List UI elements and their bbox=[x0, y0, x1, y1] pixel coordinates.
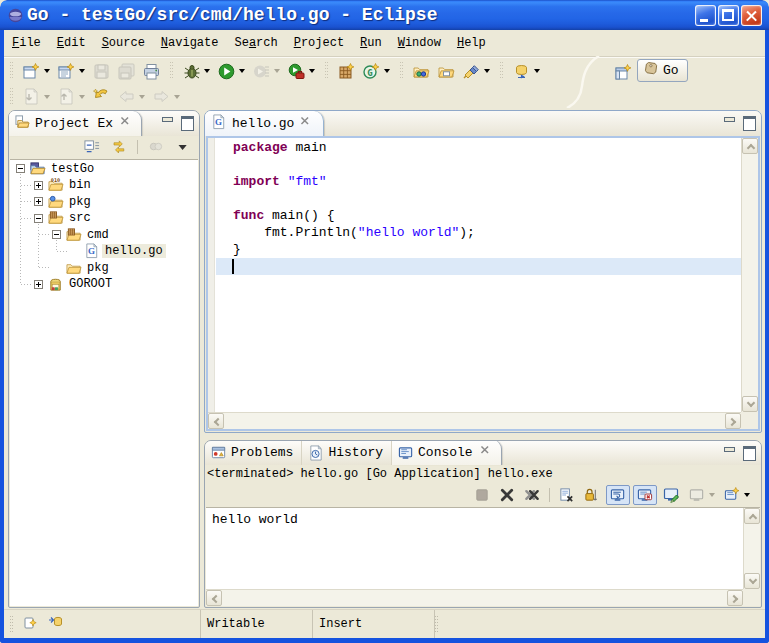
tab-hello-go[interactable]: G hello.go bbox=[205, 111, 324, 136]
tab-problems[interactable]: Problems bbox=[205, 440, 302, 465]
word-wrap-button[interactable] bbox=[606, 485, 630, 505]
dropdown-arrow-icon[interactable] bbox=[44, 95, 50, 99]
tree-item-testgo[interactable]: testGo bbox=[16, 160, 97, 177]
scroll-up-button[interactable] bbox=[744, 508, 760, 524]
scroll-left-button[interactable] bbox=[208, 413, 224, 429]
tree-item-bin[interactable]: 010bin bbox=[34, 177, 94, 194]
terminate-button[interactable] bbox=[471, 485, 493, 505]
scroll-lock-button[interactable] bbox=[581, 485, 603, 505]
open-console-button[interactable] bbox=[721, 485, 753, 505]
last-edit-location-button[interactable] bbox=[89, 86, 114, 108]
next-annotation-button[interactable] bbox=[19, 86, 54, 108]
dropdown-arrow-icon[interactable] bbox=[79, 69, 85, 73]
print-button[interactable] bbox=[139, 60, 164, 82]
expand-icon[interactable] bbox=[34, 181, 43, 190]
filters-button[interactable] bbox=[144, 136, 168, 158]
console-output-area[interactable]: hello world bbox=[206, 507, 760, 606]
import-folder-button[interactable] bbox=[409, 60, 434, 82]
prev-annotation-button[interactable] bbox=[54, 86, 89, 108]
dropdown-arrow-icon[interactable] bbox=[239, 69, 245, 73]
code-area[interactable]: package mainimport "fmt"func main() { fm… bbox=[216, 138, 741, 412]
dropdown-arrow-icon[interactable] bbox=[139, 95, 145, 99]
menu-edit[interactable]: Edit bbox=[51, 34, 92, 52]
dropdown-arrow-icon[interactable] bbox=[204, 69, 210, 73]
menu-project[interactable]: Project bbox=[288, 34, 350, 52]
dropdown-arrow-icon[interactable] bbox=[274, 69, 280, 73]
editor-vertical-scrollbar[interactable] bbox=[741, 138, 758, 412]
minimize-view-icon[interactable] bbox=[160, 115, 175, 128]
menu-navigate[interactable]: Navigate bbox=[155, 34, 225, 52]
maximize-button[interactable] bbox=[718, 5, 739, 26]
save-all-button[interactable] bbox=[114, 60, 139, 82]
close-icon[interactable] bbox=[119, 115, 133, 133]
new-go-package-button[interactable] bbox=[334, 60, 359, 82]
new-wizard-button[interactable] bbox=[19, 60, 54, 82]
forward-button[interactable] bbox=[149, 86, 184, 108]
dropdown-arrow-icon[interactable] bbox=[534, 69, 540, 73]
pin-console-button[interactable] bbox=[660, 485, 683, 505]
console-horizontal-scrollbar[interactable] bbox=[206, 589, 743, 606]
scroll-right-button[interactable] bbox=[727, 590, 743, 606]
code-editor[interactable]: package mainimport "fmt"func main() { fm… bbox=[206, 136, 760, 431]
maximize-view-icon[interactable] bbox=[180, 115, 195, 128]
maximize-console-icon[interactable] bbox=[742, 445, 757, 458]
tree-item-cmd[interactable]: cmd bbox=[52, 226, 112, 243]
editor-horizontal-scrollbar[interactable] bbox=[208, 412, 741, 429]
console-vertical-scrollbar[interactable] bbox=[743, 508, 760, 589]
remove-launch-button[interactable] bbox=[496, 485, 518, 505]
collapse-icon[interactable] bbox=[52, 230, 61, 239]
new-view-button[interactable] bbox=[54, 60, 89, 82]
tree-item-src[interactable]: src bbox=[34, 210, 94, 227]
display-console-button[interactable] bbox=[686, 485, 718, 505]
scroll-left-button[interactable] bbox=[206, 590, 222, 606]
tree-item-goroot[interactable]: GOROOT bbox=[34, 276, 115, 293]
dropdown-arrow-icon[interactable] bbox=[44, 69, 50, 73]
view-menu-button[interactable] bbox=[171, 136, 195, 158]
collapse-all-button[interactable] bbox=[80, 136, 104, 158]
link-editor-button[interactable] bbox=[107, 136, 131, 158]
dropdown-arrow-icon[interactable] bbox=[309, 69, 315, 73]
minimize-button[interactable] bbox=[695, 5, 716, 26]
menu-window[interactable]: Window bbox=[392, 34, 447, 52]
debug-button[interactable] bbox=[179, 60, 214, 82]
close-icon[interactable] bbox=[299, 115, 313, 133]
dropdown-arrow-icon[interactable] bbox=[384, 69, 390, 73]
dropdown-arrow-icon[interactable] bbox=[709, 493, 715, 497]
tab-project-explorer[interactable]: Project Ex bbox=[9, 111, 142, 136]
open-perspective-button[interactable] bbox=[611, 61, 636, 83]
tab-console[interactable]: Console bbox=[392, 440, 502, 465]
search-button[interactable] bbox=[459, 60, 494, 82]
expand-icon[interactable] bbox=[34, 280, 43, 289]
back-button[interactable] bbox=[114, 86, 149, 108]
remove-all-launches-button[interactable] bbox=[521, 485, 543, 505]
scroll-down-button[interactable] bbox=[742, 396, 758, 412]
run-button[interactable] bbox=[214, 60, 249, 82]
menu-source[interactable]: Source bbox=[96, 34, 151, 52]
minimize-console-icon[interactable] bbox=[722, 445, 737, 458]
run-history-button[interactable] bbox=[249, 60, 284, 82]
external-tools-button[interactable] bbox=[284, 60, 319, 82]
dropdown-arrow-icon[interactable] bbox=[744, 493, 750, 497]
maximize-editor-icon[interactable] bbox=[742, 115, 757, 128]
expand-icon[interactable] bbox=[34, 197, 43, 206]
scroll-down-button[interactable] bbox=[744, 573, 760, 589]
tab-history[interactable]: History bbox=[302, 440, 392, 465]
scroll-right-button[interactable] bbox=[725, 413, 741, 429]
open-folder-button[interactable] bbox=[434, 60, 459, 82]
clear-console-button[interactable] bbox=[556, 485, 578, 505]
dropdown-arrow-icon[interactable] bbox=[484, 69, 490, 73]
perspective-go-button[interactable]: Go bbox=[637, 59, 688, 82]
dropdown-arrow-icon[interactable] bbox=[79, 95, 85, 99]
show-on-output-button[interactable] bbox=[633, 485, 657, 505]
close-button[interactable] bbox=[741, 5, 762, 26]
menu-run[interactable]: Run bbox=[354, 34, 388, 52]
menu-help[interactable]: Help bbox=[451, 34, 492, 52]
tree-item-pkg[interactable]: pkg bbox=[34, 193, 94, 210]
save-button[interactable] bbox=[89, 60, 114, 82]
annotations-button[interactable] bbox=[509, 60, 544, 82]
tree-item-pkg[interactable]: pkg bbox=[52, 259, 112, 276]
menu-search[interactable]: Search bbox=[228, 34, 283, 52]
minimize-editor-icon[interactable] bbox=[722, 115, 737, 128]
collapse-icon[interactable] bbox=[16, 164, 25, 173]
dropdown-arrow-icon[interactable] bbox=[174, 95, 180, 99]
